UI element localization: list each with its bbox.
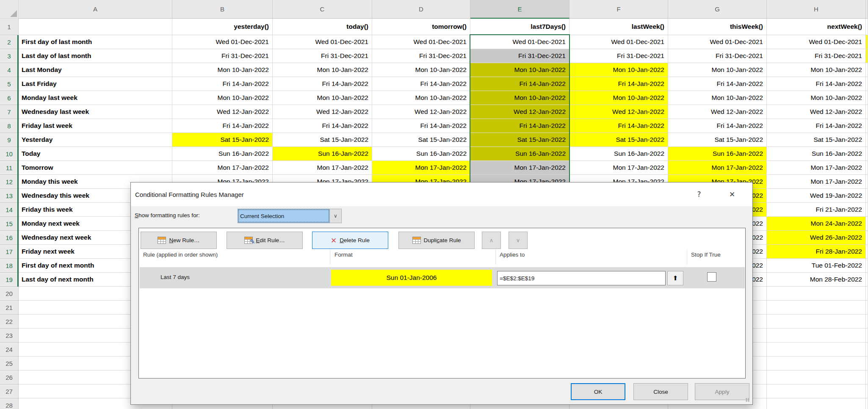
cell-H27[interactable]: [767, 384, 866, 398]
row-header-23[interactable]: 23: [0, 329, 19, 343]
cell-B6[interactable]: Mon 10-Jan-2022: [172, 91, 273, 105]
cell-E5[interactable]: Fri 14-Jan-2022: [470, 77, 569, 91]
cell-I7[interactable]: [866, 105, 868, 119]
cell-H25[interactable]: [767, 356, 866, 370]
cell-I18[interactable]: [866, 259, 868, 273]
cell-I14[interactable]: [866, 203, 868, 217]
cell-F3[interactable]: Fri 31-Dec-2021: [569, 49, 668, 63]
cell-D8[interactable]: Fri 14-Jan-2022: [372, 119, 470, 133]
cell-E3[interactable]: Fri 31-Dec-2021: [470, 49, 569, 63]
cell-I10[interactable]: [866, 147, 868, 161]
cell-H3[interactable]: Fri 31-Dec-2021: [767, 49, 866, 63]
scope-dropdown-value[interactable]: Current Selection: [238, 209, 330, 223]
row-header-8[interactable]: 8: [0, 119, 19, 133]
cell-I15[interactable]: [866, 217, 868, 231]
column-header-F[interactable]: F: [569, 0, 668, 19]
row-header-4[interactable]: 4: [0, 63, 19, 77]
cell-I16[interactable]: [866, 231, 868, 245]
move-rule-up-button[interactable]: ∧: [482, 232, 501, 249]
cell-H23[interactable]: [767, 329, 866, 343]
ok-button[interactable]: OK: [571, 383, 625, 400]
cell-H22[interactable]: [767, 315, 866, 329]
row-header-28[interactable]: 28: [0, 398, 19, 409]
row-header-12[interactable]: 12: [0, 175, 19, 189]
cell-H9[interactable]: Sat 15-Jan-2022: [767, 133, 866, 147]
cell-I20[interactable]: [866, 287, 868, 301]
cell-F9[interactable]: Sat 15-Jan-2022: [569, 133, 668, 147]
cell-D7[interactable]: Wed 12-Jan-2022: [372, 105, 470, 119]
cell-F4[interactable]: Mon 10-Jan-2022: [569, 63, 668, 77]
cell-B4[interactable]: Mon 10-Jan-2022: [172, 63, 273, 77]
cell-B5[interactable]: Fri 14-Jan-2022: [172, 77, 273, 91]
move-rule-down-button[interactable]: ∨: [509, 232, 528, 249]
cell-H12[interactable]: Mon 17-Jan-2022: [767, 175, 866, 189]
cell-B3[interactable]: Fri 31-Dec-2021: [172, 49, 273, 63]
cell-F10[interactable]: Sun 16-Jan-2022: [569, 147, 668, 161]
cell-A11[interactable]: Tomorrow: [19, 161, 172, 175]
cell-H13[interactable]: Wed 19-Jan-2022: [767, 189, 866, 203]
cell-F7[interactable]: Wed 12-Jan-2022: [569, 105, 668, 119]
range-picker-icon[interactable]: ⬆: [667, 271, 683, 285]
cell-C4[interactable]: Mon 10-Jan-2022: [273, 63, 372, 77]
cell-C8[interactable]: Fri 14-Jan-2022: [273, 119, 372, 133]
cell-H26[interactable]: [767, 370, 866, 384]
column-header-D[interactable]: D: [372, 0, 470, 19]
row-header-3[interactable]: 3: [0, 49, 19, 63]
column-header-E[interactable]: E: [470, 0, 569, 19]
cell-I21[interactable]: [866, 301, 868, 315]
row-header-7[interactable]: 7: [0, 105, 19, 119]
cell-F6[interactable]: Mon 10-Jan-2022: [569, 91, 668, 105]
cell-E7[interactable]: Wed 12-Jan-2022: [470, 105, 569, 119]
row-header-18[interactable]: 18: [0, 259, 19, 273]
dialog-titlebar[interactable]: Conditional Formatting Rules Manager ? ✕: [131, 182, 752, 206]
cell-A1[interactable]: [19, 19, 172, 35]
cell-F5[interactable]: Fri 14-Jan-2022: [569, 77, 668, 91]
cell-I19[interactable]: [866, 273, 868, 287]
cell-G1[interactable]: thisWeek(): [668, 19, 767, 35]
scope-dropdown[interactable]: Current Selection ∨: [238, 209, 342, 223]
cell-A3[interactable]: Last day of last month: [19, 49, 172, 63]
edit-rule-button[interactable]: ✎Edit Rule…: [227, 232, 303, 249]
cell-E2[interactable]: Wed 01-Dec-2021: [470, 35, 569, 49]
cell-G4[interactable]: Mon 10-Jan-2022: [668, 63, 767, 77]
cell-D2[interactable]: Wed 01-Dec-2021: [372, 35, 470, 49]
row-header-5[interactable]: 5: [0, 77, 19, 91]
rule-row[interactable]: Last 7 days Sun 01-Jan-2006 =$E$2:$E$19 …: [140, 267, 745, 288]
delete-rule-button[interactable]: ✕Delete Rule: [312, 232, 388, 249]
cell-B8[interactable]: Fri 14-Jan-2022: [172, 119, 273, 133]
row-header-27[interactable]: 27: [0, 384, 19, 398]
cell-E8[interactable]: Fri 14-Jan-2022: [470, 119, 569, 133]
cell-C11[interactable]: Mon 17-Jan-2022: [273, 161, 372, 175]
row-header-11[interactable]: 11: [0, 161, 19, 175]
cell-A5[interactable]: Last Friday: [19, 77, 172, 91]
cell-F2[interactable]: Wed 01-Dec-2021: [569, 35, 668, 49]
cell-E9[interactable]: Sat 15-Jan-2022: [470, 133, 569, 147]
cell-B2[interactable]: Wed 01-Dec-2021: [172, 35, 273, 49]
cell-I12[interactable]: [866, 175, 868, 189]
row-header-1[interactable]: 1: [0, 19, 19, 35]
cell-C3[interactable]: Fri 31-Dec-2021: [273, 49, 372, 63]
row-header-2[interactable]: 2: [0, 35, 19, 49]
help-icon[interactable]: ?: [691, 187, 708, 202]
cell-A6[interactable]: Monday last week: [19, 91, 172, 105]
cell-H18[interactable]: Tue 01-Feb-2022: [767, 259, 866, 273]
cell-D10[interactable]: Sun 16-Jan-2022: [372, 147, 470, 161]
row-header-16[interactable]: 16: [0, 231, 19, 245]
cell-C7[interactable]: Wed 12-Jan-2022: [273, 105, 372, 119]
cell-F1[interactable]: lastWeek(): [569, 19, 668, 35]
cell-H28[interactable]: [767, 398, 866, 409]
cell-I4[interactable]: [866, 63, 868, 77]
cell-G7[interactable]: Wed 12-Jan-2022: [668, 105, 767, 119]
cell-I13[interactable]: [866, 189, 868, 203]
cell-A9[interactable]: Yesterday: [19, 133, 172, 147]
cell-G11[interactable]: Mon 17-Jan-2022: [668, 161, 767, 175]
cell-I28[interactable]: [866, 398, 868, 409]
cell-G5[interactable]: Fri 14-Jan-2022: [668, 77, 767, 91]
column-header-B[interactable]: B: [172, 0, 273, 19]
cell-G8[interactable]: Fri 14-Jan-2022: [668, 119, 767, 133]
cell-H11[interactable]: Mon 17-Jan-2022: [767, 161, 866, 175]
cell-H10[interactable]: Sun 16-Jan-2022: [767, 147, 866, 161]
column-header-C[interactable]: C: [273, 0, 372, 19]
cell-E1[interactable]: last7Days(): [470, 19, 569, 35]
cell-D3[interactable]: Fri 31-Dec-2021: [372, 49, 470, 63]
